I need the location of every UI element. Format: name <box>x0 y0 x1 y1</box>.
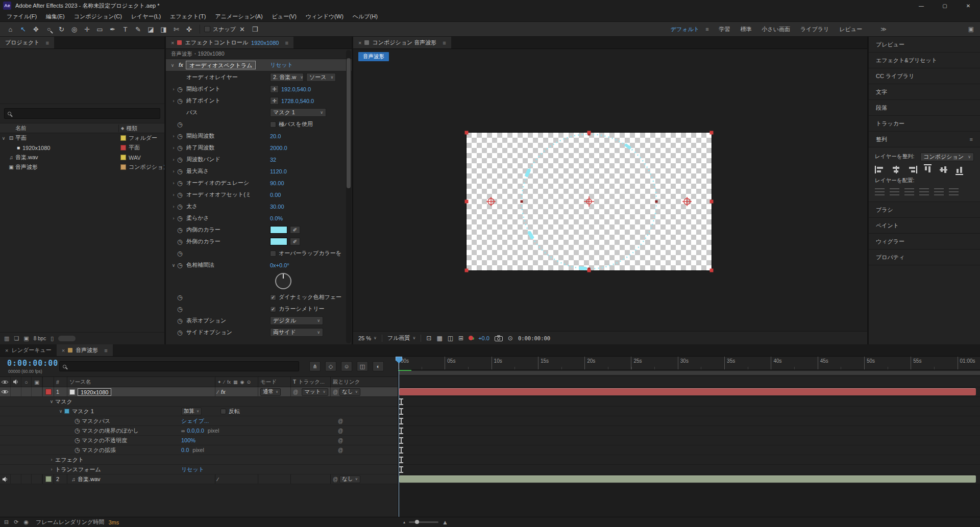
draft-3d-icon[interactable]: ◇ <box>325 361 336 371</box>
align-horizontal-center-button[interactable] <box>891 166 901 173</box>
sidebar-panel-tab[interactable]: プレビュー <box>869 37 980 53</box>
audio-toggle[interactable] <box>11 387 21 396</box>
effect-end-point-handle[interactable] <box>682 197 692 206</box>
stopwatch-icon[interactable]: ◷ <box>177 144 186 152</box>
point-picker-icon[interactable]: ✛ <box>270 97 279 105</box>
timeline-zoom-control[interactable]: ▴ ▲ <box>403 519 448 526</box>
distribute-top-button[interactable] <box>875 188 885 195</box>
menu-item[interactable]: アニメーション(A) <box>210 13 267 20</box>
workspace-tab-standard[interactable]: 標準 <box>741 26 752 33</box>
home-icon[interactable]: ⌂ <box>4 23 17 35</box>
checkbox[interactable] <box>270 121 276 128</box>
property-pickwhip-icon[interactable]: @ <box>338 438 343 443</box>
menu-item[interactable]: ヘルプ(H) <box>348 13 382 20</box>
property-value[interactable]: 1120.0 <box>270 168 287 174</box>
stopwatch-icon[interactable]: ◷ <box>177 121 186 128</box>
layer-row-2[interactable]: 2 ♫音楽.wav ∕ @なし∨ <box>0 474 980 484</box>
sidebar-panel-tab[interactable]: ブラシ <box>869 202 980 218</box>
checkbox[interactable] <box>270 250 276 257</box>
in-point-marker[interactable] <box>399 447 403 454</box>
sidebar-panel-tab[interactable]: ウィグラー <box>869 234 980 249</box>
stopwatch-icon[interactable]: ◷ <box>177 238 186 245</box>
distribute-horizontal-center-button[interactable] <box>934 188 944 195</box>
preview-time-display[interactable]: 0:00:00:00 <box>518 335 550 341</box>
trash-icon[interactable]: ▯ <box>51 335 54 342</box>
stopwatch-icon[interactable]: ◷ <box>177 294 186 301</box>
resolution-dropdown[interactable]: フル画質∨ <box>387 334 415 342</box>
audio-channel-dropdown[interactable]: ソース∨ <box>306 73 336 82</box>
blend-mode-dropdown[interactable]: 通常∨ <box>260 388 281 396</box>
point-picker-icon[interactable]: ✛ <box>270 85 279 93</box>
speaker-icon[interactable] <box>0 474 11 484</box>
property-row-thickness[interactable]: › ◷ 太さ 30.00 <box>166 200 352 212</box>
panel-menu-icon[interactable]: ≡ <box>46 40 49 46</box>
effect-reset-button[interactable]: リセット <box>270 61 293 69</box>
stopwatch-icon[interactable]: ◷ <box>177 250 186 257</box>
column-mode[interactable]: モード <box>258 377 291 387</box>
panel-dock-icon[interactable]: ▣ <box>968 26 974 33</box>
expand-caret-icon[interactable]: ∨ <box>57 409 64 414</box>
property-row-color-symmetry[interactable]: ◷ ✓カラーシメトリー <box>166 303 352 315</box>
tab-project[interactable]: プロジェクト ≡ <box>0 37 54 48</box>
roto-brush-tool-icon[interactable]: ✄ <box>170 23 183 35</box>
parent-dropdown[interactable]: なし∨ <box>339 475 360 483</box>
expand-caret-icon[interactable]: ∨ <box>169 63 176 68</box>
color-swatch[interactable] <box>270 238 287 245</box>
workspace-tab-libraries[interactable]: ライブラリ <box>800 26 829 33</box>
scrollbar-thumb[interactable] <box>347 58 351 188</box>
in-point-marker[interactable] <box>399 437 403 444</box>
transform-group-row[interactable]: › トランスフォーム リセット <box>0 465 980 474</box>
label-color-chip[interactable] <box>120 164 126 170</box>
new-composition-icon[interactable]: ▣ <box>23 335 29 342</box>
property-row-start-point[interactable]: › ◷ 開始ポイント ✛192.0,540.0 <box>166 83 352 95</box>
zoom-in-icon[interactable]: ▲ <box>442 519 448 526</box>
sidebar-panel-tab[interactable]: 段落 <box>869 100 980 116</box>
puppet-pin-tool-icon[interactable]: ✜ <box>183 23 195 35</box>
rectangle-tool-icon[interactable]: ▭ <box>93 23 106 35</box>
zoom-slider-handle[interactable] <box>415 520 419 524</box>
expand-caret-icon[interactable]: › <box>48 467 55 472</box>
property-value[interactable]: 1728.0,540.0 <box>281 98 314 104</box>
quality-switch-icon[interactable]: ∕ <box>217 389 218 395</box>
align-bottom-button[interactable] <box>955 164 963 175</box>
stopwatch-icon[interactable]: ◷ <box>177 86 186 93</box>
property-value[interactable]: 2000.0 <box>270 145 287 151</box>
property-row-overlap-colors[interactable]: ◷ オーバーラップカラーを <box>166 247 352 259</box>
menu-item[interactable]: コンポジション(C) <box>69 13 127 20</box>
in-point-marker[interactable] <box>399 428 403 434</box>
channels-icon[interactable] <box>469 336 473 340</box>
in-point-marker[interactable] <box>399 418 403 424</box>
stopwatch-icon[interactable]: ◷ <box>177 306 186 313</box>
mask-group-row[interactable]: ∨ マスク <box>0 397 980 407</box>
property-row-audio-duration[interactable]: › ◷ オーディオのデュレーシ 90.00 <box>166 177 352 189</box>
project-item[interactable]: ♫ 音楽.wav WAV <box>0 153 164 162</box>
column-name[interactable]: 名前 <box>0 124 118 132</box>
property-row-softness[interactable]: › ◷ 柔らかさ 0.0% <box>166 212 352 224</box>
property-row-frequency-bands[interactable]: › ◷ 周波数バンド 32 <box>166 154 352 165</box>
project-flowchart-icon[interactable]: ⊟ <box>4 519 9 525</box>
type-tool-icon[interactable]: T <box>119 23 132 35</box>
workspace-menu-icon[interactable]: ≡ <box>705 26 708 32</box>
property-row-audio-offset[interactable]: › ◷ オーディオオフセット(ミ 0.00 <box>166 189 352 200</box>
solo-toggle[interactable] <box>21 474 32 484</box>
composition-navigator-chip[interactable]: 音声波形 <box>358 52 389 61</box>
align-top-button[interactable] <box>924 164 932 175</box>
property-value[interactable]: 0x+0.0° <box>270 262 289 268</box>
stopwatch-icon[interactable]: ◷ <box>177 191 186 198</box>
mask-color-chip[interactable] <box>64 409 69 414</box>
exposure-value[interactable]: +0.0 <box>478 335 489 341</box>
snap-region-icon[interactable]: ❒ <box>249 23 261 35</box>
close-icon[interactable]: × <box>358 40 361 46</box>
display-options-dropdown[interactable]: デジタル∨ <box>270 316 323 325</box>
in-point-marker[interactable] <box>399 457 403 463</box>
eraser-tool-icon[interactable]: ◨ <box>157 23 170 35</box>
distribute-left-button[interactable] <box>919 188 929 195</box>
label-color-chip[interactable] <box>120 145 126 150</box>
grid-guides-icon[interactable]: ⊞ <box>458 335 463 342</box>
side-options-dropdown[interactable]: 両サイド∨ <box>270 328 323 337</box>
checkbox[interactable]: ✓ <box>270 294 276 300</box>
timeline-search-input[interactable] <box>59 361 299 371</box>
sidebar-panel-tab-align[interactable]: 整列 ≡ <box>869 132 980 147</box>
mask-shape-link[interactable]: シェイプ... <box>181 417 209 425</box>
sidebar-panel-tab[interactable]: ペイント <box>869 218 980 234</box>
